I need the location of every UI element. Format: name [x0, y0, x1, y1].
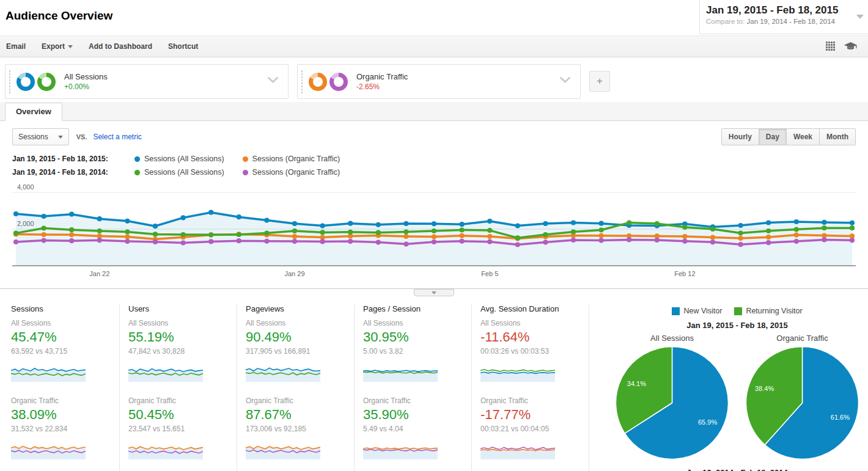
- metric-segment-label: All Sessions: [246, 319, 347, 327]
- tab-strip: Overview: [0, 102, 868, 121]
- svg-text:2,000: 2,000: [17, 220, 34, 227]
- metric-change-value: 87.67%: [246, 407, 347, 423]
- metric-comparison-values: 00:03:26 vs 00:03:53: [480, 347, 581, 356]
- drag-handle[interactable]: [301, 70, 303, 93]
- metric-block: Organic Traffic -17.77% 00:03:21 vs 00:0…: [480, 396, 581, 459]
- granularity-day-button[interactable]: Day: [759, 128, 787, 145]
- legend-date: Jan 19, 2014 - Feb 18, 2014:: [12, 168, 134, 177]
- date-range-selector[interactable]: Jan 19, 2015 - Feb 18, 2015 Compare to: …: [699, 0, 868, 34]
- chevron-down-icon[interactable]: [268, 77, 278, 83]
- metric-column-pageviews: Pageviews All Sessions 90.49% 317,905 vs…: [246, 304, 355, 471]
- svg-text:65.9%: 65.9%: [698, 418, 717, 426]
- metric-block: Organic Traffic 50.45% 23,547 vs 15,651: [128, 396, 229, 459]
- pie-legend-item: Returning Visitor: [734, 307, 802, 315]
- granularity-week-button[interactable]: Week: [787, 128, 820, 145]
- date-compare-label: Compare to:: [706, 18, 745, 25]
- graduation-cap-icon[interactable]: [844, 42, 857, 51]
- add-segment-button[interactable]: +: [589, 71, 610, 92]
- metric-segment-label: Organic Traffic: [480, 396, 581, 405]
- select-a-metric-link[interactable]: Select a metric: [93, 133, 141, 141]
- metric-segment-label: All Sessions: [363, 319, 464, 327]
- metric-block: Organic Traffic 35.90% 5.49 vs 4.04: [363, 396, 464, 459]
- metric-comparison-values: 00:03:21 vs 00:04:05: [480, 425, 581, 433]
- metric-sparkline: [11, 439, 112, 459]
- keyboard-grid-icon[interactable]: [826, 42, 836, 51]
- metric-select-dropdown[interactable]: Sessions: [12, 128, 69, 145]
- segment-rings: [309, 73, 348, 91]
- metric-segment-label: Organic Traffic: [128, 396, 229, 405]
- pie-chart: 61.6%38.4%: [745, 346, 859, 462]
- metric-segment-label: All Sessions: [11, 319, 112, 327]
- metric-comparison-values: 31,532 vs 22,834: [11, 425, 112, 433]
- metric-change-value: 38.09%: [11, 407, 112, 423]
- email-button[interactable]: Email: [6, 42, 26, 51]
- shortcut-button[interactable]: Shortcut: [168, 42, 198, 51]
- metric-sparkline: [128, 439, 229, 459]
- tab-overview[interactable]: Overview: [5, 103, 62, 121]
- chevron-down-icon: [68, 45, 73, 48]
- series-dot-icon: [134, 156, 140, 162]
- segment-change: -2.65%: [356, 82, 408, 91]
- svg-text:Feb 12: Feb 12: [674, 270, 695, 277]
- metric-sparkline: [480, 361, 581, 382]
- series-dot-icon: [243, 156, 248, 162]
- chart-collapse-button[interactable]: [414, 289, 454, 296]
- segment-ring-icon: [37, 73, 56, 91]
- metric-sparkline: [11, 361, 112, 382]
- segment-ring-icon: [329, 73, 348, 91]
- svg-text:Jan 29: Jan 29: [284, 270, 304, 277]
- segment-change: +0.00%: [64, 82, 108, 91]
- metric-change-value: 50.45%: [128, 407, 229, 423]
- metric-comparison-values: 173,006 vs 92,185: [246, 425, 347, 433]
- metric-title: Pageviews: [246, 304, 347, 313]
- svg-text:Feb 5: Feb 5: [481, 270, 498, 277]
- date-compare-range: Jan 19, 2014 - Feb 18, 2014: [746, 18, 835, 25]
- chart-panel: Sessions VS. Select a metric HourlyDayWe…: [0, 121, 868, 289]
- date-range-value: Jan 19, 2015 - Feb 18, 2015: [706, 4, 852, 16]
- metric-comparison-values: 317,905 vs 166,891: [246, 347, 347, 356]
- metric-block: All Sessions 30.95% 5.00 vs 3.82: [363, 319, 464, 382]
- metric-sparkline: [363, 439, 464, 459]
- metric-title: Pages / Session: [363, 304, 464, 313]
- chart-controls: Sessions VS. Select a metric HourlyDayWe…: [12, 128, 856, 145]
- segment-ring-icon: [309, 73, 327, 91]
- legend-item: Sessions (All Sessions): [134, 155, 224, 163]
- export-label: Export: [42, 42, 65, 51]
- chevron-down-icon[interactable]: [560, 77, 570, 83]
- segments-row: All Sessions +0.00% Organic Traffic -2.6…: [0, 57, 868, 102]
- drag-handle[interactable]: [9, 70, 11, 93]
- pie-legend: New VisitorReturning Visitor: [615, 307, 859, 315]
- chevron-down-icon[interactable]: [856, 15, 864, 19]
- svg-text:4,000: 4,000: [17, 183, 34, 191]
- metric-comparison-values: 5.00 vs 3.82: [363, 347, 464, 356]
- segment-ring-icon: [17, 73, 35, 91]
- add-to-dashboard-button[interactable]: Add to Dashboard: [89, 42, 152, 51]
- segment-card-all-sessions[interactable]: All Sessions +0.00%: [5, 64, 289, 99]
- vs-label: VS.: [76, 133, 87, 141]
- metric-segment-label: Organic Traffic: [11, 396, 112, 405]
- series-dot-icon: [134, 170, 140, 175]
- export-button[interactable]: Export: [42, 42, 73, 51]
- date-compare: Compare to: Jan 19, 2014 - Feb 18, 2014: [706, 18, 852, 25]
- granularity-hourly-button[interactable]: Hourly: [721, 128, 759, 145]
- metric-column-avg-session-duration: Avg. Session Duration All Sessions -11.6…: [480, 304, 589, 471]
- granularity-month-button[interactable]: Month: [820, 128, 856, 145]
- metric-block: All Sessions 90.49% 317,905 vs 166,891: [246, 319, 347, 382]
- metric-change-value: 55.19%: [128, 329, 229, 345]
- metric-change-value: 35.90%: [363, 407, 464, 423]
- metric-block: All Sessions 55.19% 47,842 vs 30,828: [128, 319, 229, 382]
- pie-chart-label: All Sessions: [615, 334, 729, 343]
- pie-period-top: Jan 19, 2015 - Feb 18, 2015: [615, 321, 859, 330]
- pie-chart: 65.9%34.1%: [615, 346, 729, 462]
- segment-card-organic-traffic[interactable]: Organic Traffic -2.65%: [297, 64, 581, 99]
- pie-legend-item: New Visitor: [672, 307, 722, 315]
- segment-rings: [17, 73, 56, 91]
- legend-row: Jan 19, 2014 - Feb 18, 2014: Sessions (A…: [12, 168, 856, 177]
- granularity-buttons: HourlyDayWeekMonth: [721, 128, 856, 145]
- metric-select-value: Sessions: [18, 133, 48, 141]
- chevron-down-icon: [58, 136, 63, 139]
- metric-segment-label: Organic Traffic: [246, 396, 347, 405]
- metric-segment-label: All Sessions: [480, 319, 581, 327]
- metric-sparkline: [128, 361, 229, 382]
- pie-chart-all-sessions: All Sessions65.9%34.1%: [615, 334, 729, 462]
